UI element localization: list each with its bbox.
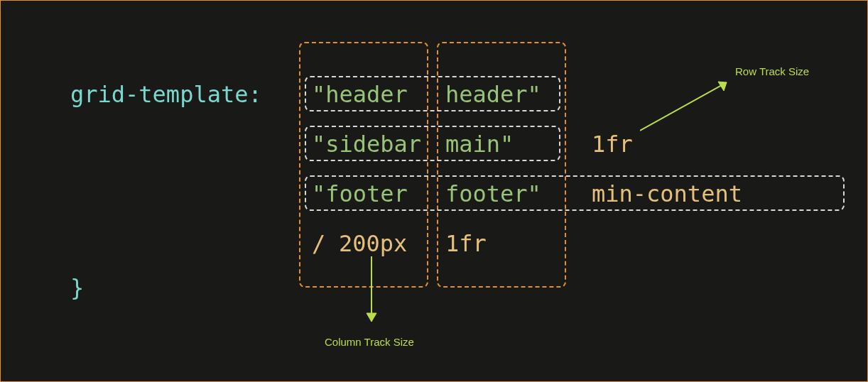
css-property-name: grid-template: <box>70 83 262 106</box>
col-track-label: Column Track Size <box>325 336 414 348</box>
svg-marker-3 <box>367 313 376 322</box>
area-footer-1: "footer <box>312 182 408 205</box>
row3-size: min-content <box>592 182 742 205</box>
col2-size: 1fr <box>445 232 487 255</box>
area-footer-2: footer" <box>445 182 541 205</box>
diagram-stage: grid-template: "header header" "sidebar … <box>1 1 867 381</box>
area-sidebar: "sidebar <box>312 133 421 155</box>
area-header-2: header" <box>445 83 541 106</box>
area-header-1: "header <box>312 83 408 106</box>
row-track-label: Row Track Size <box>735 65 809 77</box>
arrow-col-track-icon <box>363 256 380 327</box>
closing-brace: } <box>70 276 84 299</box>
svg-line-0 <box>640 82 727 131</box>
arrow-row-track-icon <box>640 75 739 132</box>
col1-size: 200px <box>339 232 407 255</box>
row2-size: 1fr <box>592 133 633 155</box>
column-slash: / <box>312 232 325 255</box>
area-main: main" <box>445 133 514 155</box>
